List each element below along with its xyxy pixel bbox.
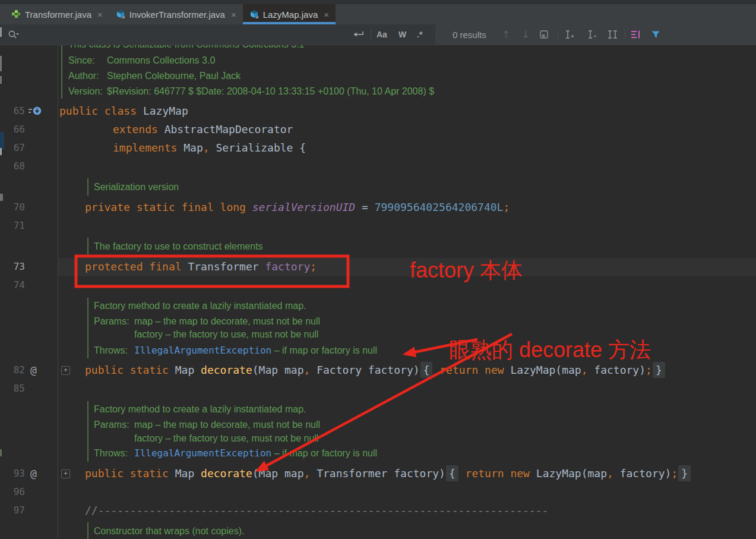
window-top-strip — [0, 0, 756, 4]
token: factory – the factory to use, must not b… — [134, 329, 318, 339]
code-editor[interactable]: 656667687071737482@+8593@+9697 This clas… — [0, 45, 756, 539]
tab-InvokerTransformer.java[interactable]: InvokerTransformer.java× — [109, 4, 243, 24]
results-count: 0 results — [453, 24, 486, 45]
token: Serializable { — [210, 141, 306, 154]
tab-bar: Transformer.java×InvokerTransformer.java… — [0, 4, 336, 24]
token: Stephen Colebourne, Paul Jack — [107, 71, 241, 81]
match-case-toggle[interactable]: Aa — [377, 24, 387, 45]
search-input[interactable]: Aa W .* — [0, 24, 435, 45]
line-number[interactable]: 71 — [0, 217, 25, 235]
edge-fragment — [0, 194, 3, 201]
close-icon[interactable]: × — [324, 10, 329, 20]
edge-fragment — [0, 148, 2, 155]
token: Commons Collections 3.0 — [107, 55, 215, 65]
regex-toggle[interactable]: .* — [417, 24, 422, 45]
new-line-icon[interactable] — [353, 24, 365, 45]
code-line[interactable]: Serialization version — [0, 178, 756, 196]
token: { — [446, 465, 458, 481]
ide-window: { "tabs": [ {"label": "Transformer.java"… — [0, 0, 756, 539]
token: //--------------------------------------… — [85, 504, 548, 516]
token: return new — [459, 467, 530, 480]
token: This class is Serializable from Commons … — [68, 45, 304, 49]
filter-lines-icon[interactable] — [631, 24, 641, 45]
line-number[interactable]: 85 — [0, 380, 25, 398]
edge-fragment — [0, 27, 2, 37]
token: implements — [113, 141, 177, 154]
editor-tab-bar: Transformer.java×InvokerTransformer.java… — [0, 0, 756, 24]
edge-fragment — [0, 56, 2, 71]
token: serialVersionUID — [252, 201, 355, 213]
token: , — [303, 467, 310, 480]
token: Since: — [68, 55, 94, 65]
doc-comment-bar — [87, 522, 88, 539]
token: LazyMap(map — [504, 364, 581, 376]
token: ; — [503, 201, 510, 213]
code-line[interactable]: Constructor that wraps (not copies). — [0, 522, 756, 539]
token: Author: — [68, 71, 99, 81]
add-selection-icon[interactable] — [564, 24, 575, 45]
code-line[interactable]: public static Map decorate(Map map, Fact… — [0, 361, 756, 379]
code-line[interactable]: private static final long serialVersionU… — [0, 198, 756, 216]
token: 7990956402564206740L — [375, 201, 504, 213]
token: , — [607, 467, 613, 480]
token: ; — [671, 467, 678, 480]
tab-label: Transformer.java — [25, 10, 91, 20]
line-number[interactable]: 96 — [0, 483, 25, 501]
code-line[interactable]: extends AbstractMapDecorator — [0, 121, 756, 138]
code-line[interactable]: Throws:IllegalArgumentException – if map… — [0, 341, 756, 359]
filter-funnel-icon[interactable] — [651, 24, 660, 45]
line-number[interactable]: 74 — [0, 276, 25, 294]
tab-LazyMap.java[interactable]: LazyMap.java× — [243, 4, 336, 24]
token: { — [420, 362, 433, 378]
code-line[interactable]: Throws:IllegalArgumentException – if map… — [0, 444, 756, 462]
code-line[interactable]: protected final Transformer factory; — [0, 258, 756, 276]
token: Factory method to create a lazily instan… — [94, 404, 306, 414]
code-line[interactable]: public class LazyMap — [0, 102, 756, 120]
close-icon[interactable]: × — [231, 10, 236, 20]
token: factory — [265, 260, 310, 273]
token: (Map map — [252, 467, 304, 480]
code-line[interactable]: The factory to use to construct elements — [0, 237, 756, 255]
code-line[interactable]: Version:$Revision: 646777 $ $Date: 2008-… — [0, 82, 756, 100]
token: factory) — [613, 467, 672, 480]
tab-Transformer.java[interactable]: Transformer.java× — [5, 4, 109, 24]
token: public static — [85, 364, 175, 376]
token: – if map or factory is null — [271, 345, 377, 355]
code-line[interactable]: public static Map decorate(Map map, Tran… — [0, 465, 756, 483]
token: – if map or factory is null — [271, 448, 377, 458]
token: Params: — [94, 420, 129, 430]
next-occurrence-button[interactable]: ↓ — [521, 24, 530, 45]
select-all-occurrences-icon[interactable] — [607, 24, 619, 45]
close-icon[interactable]: × — [97, 10, 103, 20]
code-line[interactable]: //--------------------------------------… — [0, 502, 756, 519]
edge-fragment — [0, 76, 2, 84]
token: factory) — [588, 364, 646, 376]
token: factory – the factory to use, must not b… — [134, 433, 318, 443]
open-in-find-window-button[interactable] — [539, 24, 549, 45]
token: ; — [646, 364, 652, 376]
interface-icon — [11, 10, 21, 19]
doc-comment-bar — [61, 45, 62, 99]
token: $Revision: 646777 $ $Date: 2008-04-10 13… — [107, 86, 434, 96]
words-toggle[interactable]: W — [398, 24, 406, 45]
doc-comment-bar — [87, 238, 88, 255]
token: Factory factory) — [310, 364, 419, 376]
token: Transformer factory) — [310, 467, 445, 480]
token: The factory to use to construct elements — [94, 241, 263, 251]
line-number[interactable]: 68 — [0, 157, 25, 175]
token: = — [355, 201, 375, 213]
token: } — [678, 465, 691, 481]
edge-fragment — [0, 132, 4, 150]
previous-occurrence-button[interactable]: ↑ — [502, 24, 510, 45]
token: Map — [175, 364, 201, 376]
doc-comment-bar — [87, 298, 88, 358]
remove-selection-icon[interactable] — [587, 24, 597, 45]
search-bar: Aa W .* 0 results ↑ ↓ — [0, 24, 756, 46]
edge-fragment — [0, 449, 2, 456]
search-icon[interactable] — [7, 24, 20, 45]
code-line[interactable]: implements Map, Serializable { — [0, 139, 756, 157]
token: (Map map — [252, 364, 304, 376]
token: decorate — [201, 364, 252, 376]
code-line[interactable]: factory – the factory to use, must not b… — [0, 325, 756, 343]
token: extends — [113, 123, 158, 135]
